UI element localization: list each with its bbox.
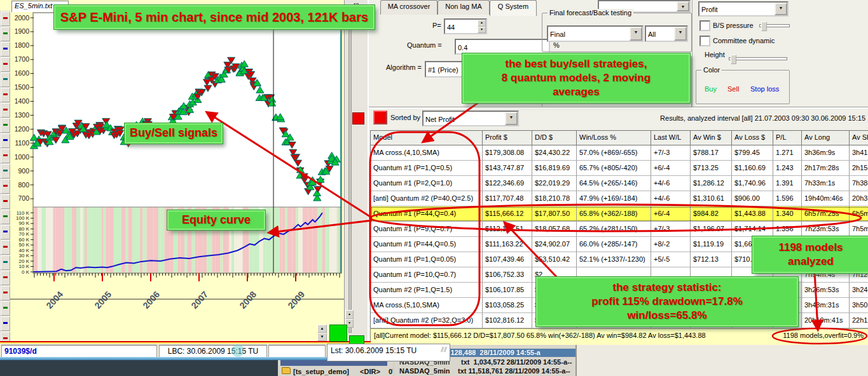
p-spinner[interactable]: 44 ▲▼ xyxy=(444,18,487,34)
file-row[interactable]: txt 11,518,761 28/11/2009 14:55-a-- xyxy=(458,367,570,375)
table-cell: +8/-2 xyxy=(651,237,691,252)
left-toolbar-button[interactable] xyxy=(1,88,10,102)
red-square-button[interactable] xyxy=(373,111,387,124)
toolbar-glyph-icon xyxy=(3,78,8,80)
stop-loss-color-label[interactable]: Stop loss xyxy=(750,85,779,93)
column-header[interactable]: Model xyxy=(371,131,483,145)
left-toolbar-button[interactable] xyxy=(1,133,10,148)
table-row[interactable]: Quantum #1 (P=2,Q=1.0)$122,346.69$22,019… xyxy=(371,176,868,191)
left-toolbar-button[interactable] xyxy=(1,164,10,178)
table-cell: 1.243 xyxy=(773,161,802,176)
sorted-by-combo[interactable]: Net Profit ▼ xyxy=(422,111,519,126)
symbol-status-text: 91039$/d xyxy=(2,347,37,356)
forecast-scope-combo[interactable]: All ▼ xyxy=(645,25,688,42)
sell-color-label[interactable]: Sell xyxy=(727,85,739,93)
tab-non-lag-ma[interactable]: Non lag MA xyxy=(437,0,490,15)
left-toolbar-button[interactable] xyxy=(1,57,10,72)
chevron-down-icon[interactable]: ▼ xyxy=(630,27,642,41)
svg-text:1300: 1300 xyxy=(15,111,30,119)
table-cell: [anti] Quantum #2 (P=40,Q=2.5) xyxy=(371,191,483,206)
table-cell: 1.340 xyxy=(773,206,802,222)
panel-divider xyxy=(692,0,692,107)
file-panel-left: [ts_setup_demo] <DIR> 07/04/2010 16:07--… xyxy=(278,359,393,376)
column-header[interactable]: D/D $ xyxy=(532,131,577,145)
scrollbar-track[interactable] xyxy=(348,14,352,333)
forecast-mode-value[interactable]: Final xyxy=(548,29,630,38)
left-toolbar-button[interactable] xyxy=(1,271,10,285)
left-toolbar-button[interactable] xyxy=(1,301,10,316)
table-row[interactable]: Quantum #1 (P=44,Q=0.4)$115,666.12$17,80… xyxy=(371,206,868,222)
folder-name[interactable]: [ts_setup_demo] xyxy=(293,368,349,375)
left-toolbar-button[interactable] xyxy=(1,255,10,270)
folder-row[interactable]: [ts_setup_demo] <DIR> 07/04/2010 16:07--… xyxy=(282,367,393,375)
table-row[interactable]: Quantum #1 (P=1,Q=0.5)$143,747.87$16,819… xyxy=(371,161,868,176)
column-header[interactable]: Av Win $ xyxy=(691,131,732,145)
left-toolbar-button[interactable] xyxy=(1,194,10,209)
table-row[interactable]: [anti] Quantum #2 (P=40,Q=2.5)$117,707.4… xyxy=(371,191,868,206)
left-toolbar-button[interactable] xyxy=(1,210,10,224)
table-cell: $18,210.78 xyxy=(532,191,577,206)
left-toolbar-button[interactable] xyxy=(1,179,10,194)
column-header[interactable]: Last W/L xyxy=(651,131,691,145)
chevron-down-icon[interactable]: ▼ xyxy=(674,27,687,41)
table-cell: $1,286.12 xyxy=(691,176,732,191)
table-cell: $106,752.33 xyxy=(483,267,532,283)
column-header[interactable]: Av Long xyxy=(802,131,850,145)
scroll-up-icon[interactable]: ▲ xyxy=(317,325,327,333)
bs-pressure-slider[interactable] xyxy=(759,24,790,27)
left-toolbar-button[interactable] xyxy=(1,316,10,331)
file-name[interactable]: NASDAQ_5min xyxy=(399,367,450,375)
chevron-down-icon[interactable]: ▼ xyxy=(677,1,689,11)
slider-thumb[interactable] xyxy=(731,55,736,64)
column-header[interactable]: P/L xyxy=(773,131,802,145)
buy-color-label[interactable]: Buy xyxy=(705,85,717,93)
quantum-input[interactable]: 0.4 xyxy=(455,39,550,55)
table-row[interactable]: MA cross.(4,10,SMA)$179,308.08$24,430.22… xyxy=(371,145,868,161)
spin-up-icon[interactable]: ▲ xyxy=(478,20,486,27)
left-toolbar-button[interactable] xyxy=(1,286,10,300)
left-toolbar-button[interactable] xyxy=(1,118,10,133)
left-toolbar-button[interactable] xyxy=(1,11,10,26)
chart-scroll-spinner[interactable]: ▲ ▼ xyxy=(317,325,327,341)
height-slider[interactable] xyxy=(729,57,787,60)
column-header[interactable]: Av Sh xyxy=(850,131,868,145)
table-cell: $53,510.42 xyxy=(532,252,577,267)
table-cell: $179,308.08 xyxy=(483,145,532,161)
table-cell: $112,193.51 xyxy=(483,222,532,237)
bs-pressure-checkbox[interactable] xyxy=(699,20,710,31)
sorted-by-value[interactable]: Net Profit xyxy=(424,114,505,123)
table-cell: $1,160.69 xyxy=(732,161,773,176)
chevron-down-icon[interactable]: ▼ xyxy=(775,3,787,15)
left-toolbar-button[interactable] xyxy=(1,72,10,87)
column-header[interactable]: Profit $ xyxy=(483,131,532,145)
left-toolbar-button[interactable] xyxy=(1,225,10,239)
metric-value[interactable]: Profit xyxy=(699,4,775,13)
metric-combo[interactable]: Profit ▼ xyxy=(698,1,789,17)
table-cell: $24,902.07 xyxy=(532,237,577,252)
committee-checkbox[interactable] xyxy=(699,36,710,46)
left-toolbar-button[interactable] xyxy=(1,27,10,41)
column-header[interactable]: Av Loss $ xyxy=(732,131,773,145)
table-row[interactable]: Quantum #1 (P=9,Q=0.7)$112,193.51$18,057… xyxy=(371,222,868,237)
chart-window: 2000190018001700160015001400130012001100… xyxy=(0,0,368,343)
quantum-value[interactable]: 0.4 xyxy=(456,43,549,51)
p-value[interactable]: 44 xyxy=(445,22,478,31)
left-toolbar-button[interactable] xyxy=(1,240,10,255)
file-row[interactable]: txt 1,034,572 28/11/2009 14:55-a-- xyxy=(461,358,572,366)
left-toolbar-button[interactable] xyxy=(1,149,10,163)
left-toolbar-button[interactable] xyxy=(1,42,10,57)
slider-thumb[interactable] xyxy=(761,22,767,31)
spin-down-icon[interactable]: ▼ xyxy=(478,27,486,34)
forecast-scope-value[interactable]: All xyxy=(646,29,674,38)
left-toolbar-button[interactable] xyxy=(1,103,10,117)
chevron-down-icon[interactable]: ▼ xyxy=(505,112,518,125)
column-header[interactable]: Win/Loss % xyxy=(577,131,651,145)
scroll-down-icon[interactable]: ▼ xyxy=(317,333,327,341)
tab-q-system[interactable]: Q System xyxy=(490,0,537,16)
up-icon[interactable]: ▲ xyxy=(345,310,354,319)
forecast-mode-combo[interactable]: Final ▼ xyxy=(547,25,644,42)
tab-ma-crossover[interactable]: MA crossover xyxy=(380,0,437,15)
resize-grip-icon[interactable]: ⫽⫽ xyxy=(441,346,447,354)
table-cell: Quantum #1 (P=1,Q=0.5) xyxy=(371,161,483,176)
committee-label: Committee dynamic xyxy=(713,37,775,44)
